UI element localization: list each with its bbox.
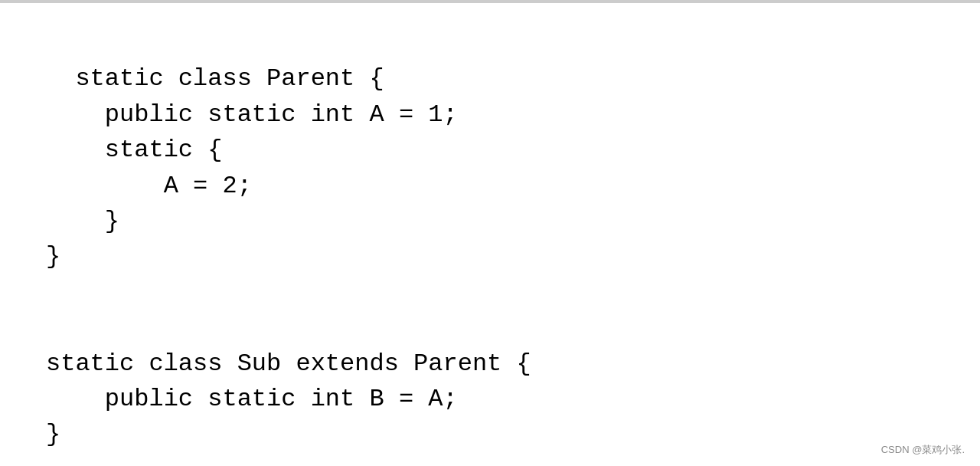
code-line-6: } — [46, 242, 60, 271]
code-line-9: static class Sub extends Parent { — [46, 350, 531, 378]
code-line-2: public static int A = 1; — [46, 100, 458, 129]
code-line-4: A = 2; — [46, 172, 252, 200]
code-line-3: static { — [46, 136, 222, 164]
code-line-5: } — [46, 207, 119, 235]
code-line-10: public static int B = A; — [46, 385, 458, 413]
code-line-11: } — [46, 420, 60, 448]
code-line-1: static class Parent { — [75, 64, 384, 93]
code-block: static class Parent { public static int … — [0, 3, 980, 466]
watermark: CSDN @菜鸡小张. — [881, 443, 965, 457]
